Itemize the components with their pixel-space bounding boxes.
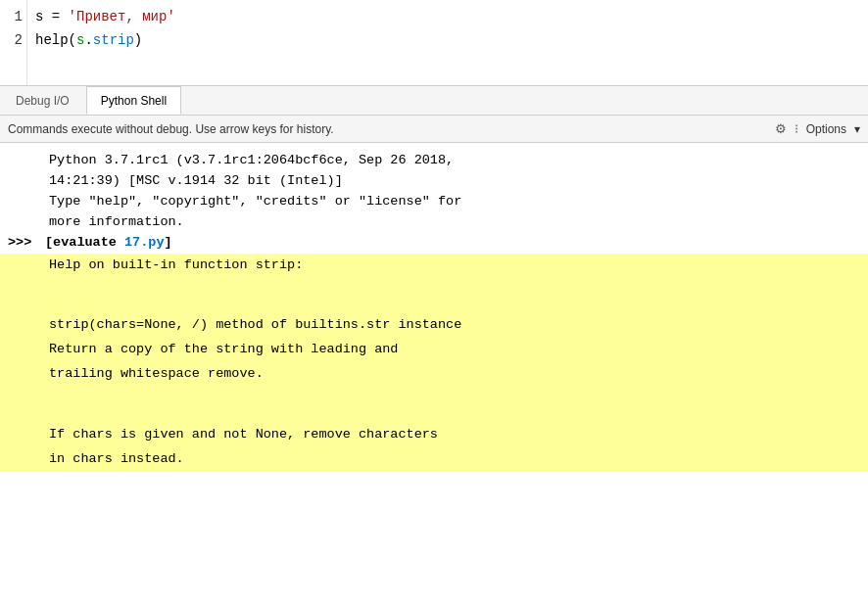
line-number-2: 2 <box>4 29 23 53</box>
toolbar-icon[interactable]: ⁝ <box>795 121 798 136</box>
code-plain: . <box>84 32 92 48</box>
code-line-2: help(s.strip) <box>35 29 175 53</box>
code-plain: ) <box>134 32 142 48</box>
code-line-1: s = 'Привет, мир' <box>35 6 175 29</box>
line-number-1: 1 <box>4 6 23 29</box>
status-right: ⚙ ⁝ Options ▾ <box>775 121 860 136</box>
intro-line-4: more information. <box>0 212 868 233</box>
evaluate-line: [evaluate 17.py] <box>45 233 172 254</box>
chars-desc2: in chars instead. <box>0 447 868 472</box>
strip-sig: strip(chars=None, /) method of builtins.… <box>0 313 868 338</box>
strip-desc1: Return a copy of the string with leading… <box>0 338 868 362</box>
intro-line-3: Type "help", "copyright", "credits" or "… <box>0 192 868 212</box>
code-content[interactable]: s = 'Привет, мир' help(s.strip) <box>27 0 183 85</box>
evaluate-file[interactable]: 17.py <box>124 235 165 250</box>
chars-desc1: If chars is given and not None, remove c… <box>0 423 868 447</box>
string-literal-1: 'Привет, мир' <box>69 9 175 24</box>
intro-line-2: 14:21:39) [MSC v.1914 32 bit (Intel)] <box>0 171 868 192</box>
evaluate-prefix: [evaluate <box>45 235 124 250</box>
status-bar: Commands execute without debug. Use arro… <box>0 116 868 143</box>
shell-prompt: >>> <box>8 233 45 254</box>
settings-icon[interactable]: ⚙ <box>775 121 787 136</box>
shell-area[interactable]: Python 3.7.1rc1 (v3.7.1rc1:2064bcf6ce, S… <box>0 143 868 606</box>
intro-line-1: Python 3.7.1rc1 (v3.7.1rc1:2064bcf6ce, S… <box>0 151 868 171</box>
tab-debug-io[interactable]: Debug I/O <box>1 86 84 115</box>
line-numbers: 1 2 <box>0 0 27 85</box>
strip-desc2: trailing whitespace remove. <box>0 362 868 387</box>
help-header: Help on built-in function strip: <box>0 254 868 278</box>
method-strip: strip <box>93 32 134 48</box>
options-chevron: ▾ <box>854 122 860 136</box>
blank-line-1 <box>0 278 868 314</box>
tab-bar: Debug I/O Python Shell <box>0 86 868 116</box>
blank-line-2 <box>0 387 868 423</box>
options-link[interactable]: Options <box>806 122 846 136</box>
editor-area: 1 2 s = 'Привет, мир' help(s.strip) <box>0 0 868 86</box>
status-message: Commands execute without debug. Use arro… <box>8 122 775 136</box>
evaluate-suffix: ] <box>165 235 172 250</box>
tab-python-shell[interactable]: Python Shell <box>86 86 181 115</box>
code-plain: help( <box>35 32 76 48</box>
code-plain: s = <box>35 9 69 24</box>
shell-prompt-line: >>> [evaluate 17.py] <box>0 233 868 254</box>
